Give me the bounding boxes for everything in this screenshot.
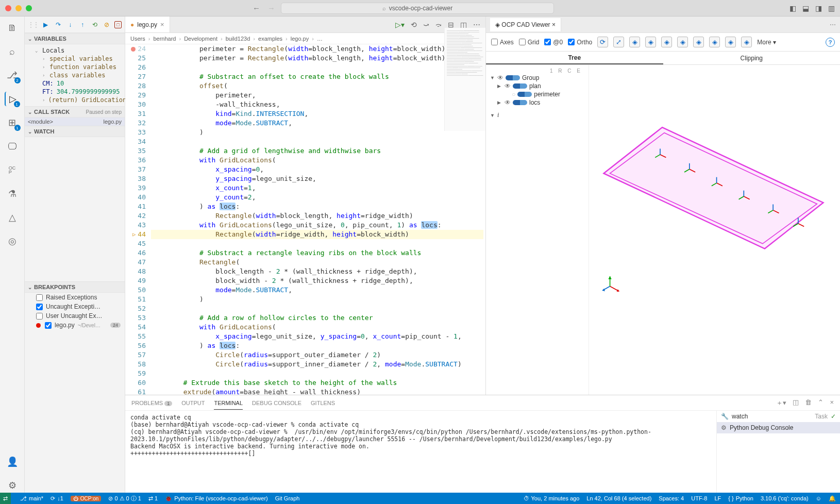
layout-right-icon[interactable]: ◨ [815, 4, 822, 12]
terminal-tab[interactable]: TERMINAL [214, 400, 243, 410]
bp-lego-checkbox[interactable] [45, 322, 52, 329]
ocp-icon[interactable]: OCP [5, 163, 20, 177]
sb-branch[interactable]: ⎇ main* [20, 495, 43, 502]
testing-icon[interactable]: ⚗ [5, 187, 20, 201]
breadcrumb-segment[interactable]: lego.py [291, 36, 309, 42]
tree-group[interactable]: ▼👁Group [490, 74, 584, 82]
tab-ocp[interactable]: ◈ OCP CAD Viewer × [490, 18, 561, 31]
restart-button[interactable]: ⟲ [90, 20, 99, 29]
drag-handle-icon[interactable]: ⋮⋮ [28, 21, 38, 28]
sb-encoding[interactable]: UTF-8 [691, 495, 707, 502]
code-editor[interactable]: 2425262728293031323334353637383940414243… [125, 44, 485, 395]
sb-blame[interactable]: ⏱ You, 2 minutes ago [524, 495, 580, 502]
split-terminal-icon[interactable]: ◫ [793, 398, 799, 408]
breakpoints-section[interactable]: ⌄BREAKPOINTS [25, 281, 125, 293]
sb-eol[interactable]: LF [714, 495, 721, 502]
sb-feedback-icon[interactable]: ☺ [816, 495, 821, 502]
watch-area[interactable] [25, 137, 125, 281]
debug-skip-icon[interactable]: ⤻ [423, 21, 429, 29]
tree-tab[interactable]: Tree [486, 52, 663, 64]
var-ft[interactable]: FT: 304.7999999999995 [25, 88, 125, 96]
tab-lego[interactable]: ● lego.py × [125, 16, 170, 32]
special-vars-node[interactable]: ›special variables [25, 55, 125, 63]
help-icon[interactable]: ? [826, 38, 835, 47]
at0-checkbox[interactable]: @0 [544, 39, 563, 46]
locals-node[interactable]: ⌄Locals [25, 46, 125, 55]
run-button[interactable]: ▷▾ [395, 21, 405, 29]
more-icon[interactable]: ⋯ [830, 21, 836, 28]
breadcrumb-segment[interactable]: Development [184, 36, 217, 42]
target-icon[interactable]: ◎ [5, 234, 20, 248]
tree-info[interactable]: ▼i [490, 111, 584, 120]
gitlens-tab[interactable]: GITLENS [311, 400, 335, 406]
sb-ocp[interactable]: ⏻ OCP:on [71, 496, 102, 501]
sb-diagnostics[interactable]: ⊘ 0 ⚠ 0 ⓘ 1 [108, 495, 141, 502]
sb-launch[interactable]: 🐞 Python: File (vscode-ocp-cad-viewer) [165, 495, 268, 502]
breadcrumb-segment[interactable]: bernhard [153, 36, 176, 42]
breadcrumb-segment[interactable]: Users [130, 36, 145, 42]
extensions-icon[interactable]: ⊞1 [5, 115, 20, 130]
pause2-button[interactable]: ⊘ [103, 20, 112, 29]
function-vars-node[interactable]: ›function variables [25, 63, 125, 71]
bottom-view-icon[interactable]: ◈ [693, 37, 704, 47]
side-view-icon[interactable]: ◈ [741, 37, 752, 47]
step-out-button[interactable]: ↑ [78, 20, 87, 29]
iso-view-icon[interactable]: ◈ [629, 37, 640, 47]
grid-checkbox[interactable]: Grid [519, 39, 540, 46]
stop-button[interactable]: □ [114, 21, 122, 28]
kill-terminal-icon[interactable]: 🗑 [805, 398, 812, 408]
problems-tab[interactable]: PROBLEMS 1 [131, 400, 172, 406]
callstack-section[interactable]: ⌄CALL STACKPaused on step [25, 106, 125, 117]
sb-sync[interactable]: ⟳ ↓1 [51, 495, 63, 502]
more-dropdown[interactable]: More ▾ [757, 39, 776, 46]
nav-back-icon[interactable]: ← [253, 4, 260, 12]
terminal-python-debug[interactable]: ⚙Python Debug Console [717, 422, 840, 433]
breadcrumb-segment[interactable]: … [317, 36, 323, 42]
back-view-icon[interactable]: ◈ [661, 37, 672, 47]
fit-icon[interactable]: ⤢ [613, 37, 624, 47]
breadcrumb-segment[interactable]: build123d [226, 36, 250, 42]
layout-left-icon[interactable]: ◧ [789, 4, 796, 12]
debug-next-icon[interactable]: ⤼ [435, 21, 442, 29]
continue-button[interactable]: ▶ [41, 20, 51, 29]
return-node[interactable]: ›(return) GridLocations. [25, 96, 125, 104]
breadcrumb[interactable]: Users›bernhard›Development›build123d›exa… [125, 33, 485, 44]
sb-position[interactable]: Ln 42, Col 68 (4 selected) [586, 495, 651, 502]
explorer-icon[interactable]: 🗎 [5, 21, 20, 35]
watch-section[interactable]: ⌄WATCH [25, 126, 125, 137]
search-activity-icon[interactable]: ⌕ [5, 44, 20, 59]
remote-indicator[interactable]: ⇄ [0, 493, 11, 504]
breadcrumb-segment[interactable]: examples [258, 36, 282, 42]
window-maximize-button[interactable] [26, 5, 32, 11]
debug-console-tab[interactable]: DEBUG CONSOLE [252, 400, 301, 406]
terminal-output[interactable]: conda activate cq (base) bernhard@Atiyah… [125, 411, 716, 493]
tree-plan[interactable]: ▶👁plan [490, 82, 584, 90]
debug-step-icon[interactable]: ⟲ [411, 21, 417, 29]
sb-port[interactable]: ⇄ 1 [148, 495, 158, 502]
left-view-icon[interactable]: ◈ [709, 37, 720, 47]
minimap[interactable]: ▬▬▬▬▬▬▬▬▬▬▬▬▬▬▬▬ ▬▬▬▬▬▬▬▬▬▬▬▬▬▬▬ ▬▬▬▬▬▬▬… [444, 28, 485, 131]
class-vars-node[interactable]: ›class variables [25, 71, 125, 79]
accounts-icon[interactable]: 👤 [5, 455, 20, 469]
tree-locs[interactable]: ▶👁locs [490, 98, 584, 107]
bp-uncaught[interactable]: Uncaught Excepti… [25, 302, 125, 311]
terminal-watch[interactable]: 🔧watch Task ✓ [717, 411, 840, 422]
variables-section[interactable]: ⌄VARIABLES [25, 33, 125, 44]
sb-bell-icon[interactable]: 🔔 [829, 495, 836, 502]
maximize-panel-icon[interactable]: ⌃ [818, 398, 824, 408]
top-view-icon[interactable]: ◈ [677, 37, 688, 47]
callstack-frame[interactable]: <module> lego.py [25, 117, 125, 126]
bp-user-checkbox[interactable] [36, 313, 43, 320]
step-over-button[interactable]: ↷ [54, 20, 63, 29]
tab-close-icon[interactable]: × [552, 21, 556, 28]
sb-gitgraph[interactable]: Git Graph [275, 495, 300, 501]
tree-perimeter[interactable]: ○perimeter [490, 90, 584, 98]
settings-gear-icon[interactable]: ⚙ [5, 478, 20, 493]
nav-forward-icon[interactable]: → [267, 4, 275, 12]
tab-close-icon[interactable]: × [160, 21, 164, 28]
bp-user[interactable]: User Uncaught Ex… [25, 311, 125, 321]
beaker-icon[interactable]: △ [5, 210, 20, 225]
axes-checkbox[interactable]: Axes [491, 39, 514, 46]
step-into-button[interactable]: ↓ [65, 20, 75, 29]
command-center[interactable]: ⌕ vscode-ocp-cad-viewer [281, 3, 554, 14]
